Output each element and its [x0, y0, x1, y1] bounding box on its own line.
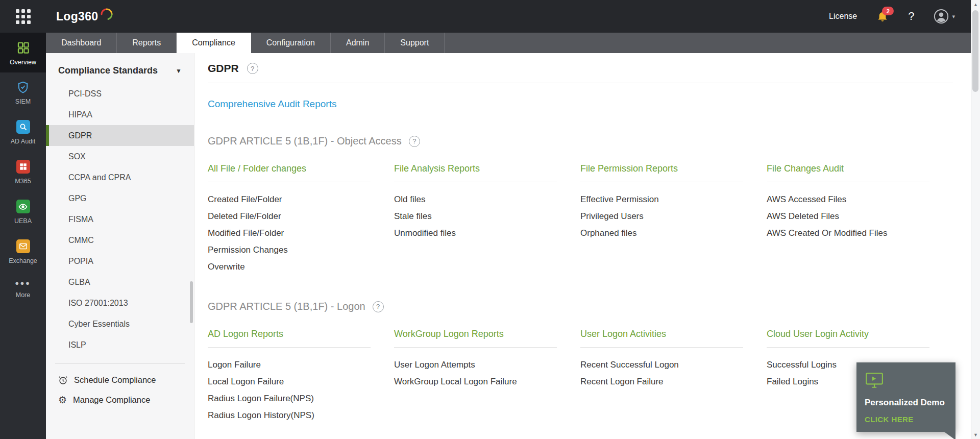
report-link-user-logon-attempts[interactable]: User Logon Attempts	[394, 356, 557, 373]
manage-compliance-button[interactable]: ⚙Manage Compliance	[55, 390, 185, 410]
sidebar-item-gdpr[interactable]: GDPR	[46, 125, 194, 146]
help-icon[interactable]: ?	[409, 136, 420, 147]
report-link-logon-failure[interactable]: Logon Failure	[208, 356, 371, 373]
section-heading: GDPR ARTICLE 5 (1B,1F) - Logon?	[208, 301, 953, 312]
tab-reports[interactable]: Reports	[117, 33, 177, 53]
exchange-mail-icon	[16, 239, 30, 253]
report-link-aws-accessed-files[interactable]: AWS Accessed Files	[767, 191, 929, 208]
report-link-permission-changes[interactable]: Permission Changes	[208, 241, 371, 258]
sidebar-item-cyber-essentials[interactable]: Cyber Essentials	[46, 313, 194, 334]
category-link-file-changes-audit[interactable]: File Changes Audit	[767, 163, 929, 182]
demo-click-here-link[interactable]: CLICK HERE	[865, 415, 947, 424]
tab-dashboard[interactable]: Dashboard	[46, 33, 117, 53]
report-link-radius-logon-failure-nps[interactable]: Radius Logon Failure(NPS)	[208, 390, 371, 407]
sidebar-item-cmmc[interactable]: CMMC	[46, 230, 194, 251]
help-icon[interactable]: ?	[908, 10, 914, 23]
schedule-compliance-button[interactable]: Schedule Compliance	[55, 370, 185, 390]
more-dots-icon: •••	[15, 279, 31, 287]
sidebar-title: Compliance Standards	[58, 65, 158, 76]
help-icon[interactable]: ?	[373, 301, 384, 312]
left-rail: OverviewSIEMAD AuditM365UEBAExchange•••M…	[0, 33, 46, 439]
sidebar-item-ccpa-and-cpra[interactable]: CCPA and CPRA	[46, 167, 194, 188]
scroll-up-arrow[interactable]: ▲	[971, 0, 980, 9]
category-link-workgroup-logon-reports[interactable]: WorkGroup Logon Reports	[394, 329, 557, 348]
topbar: Log360 License 2 ? ▾	[0, 0, 971, 33]
sidebar-scrollbar[interactable]	[190, 281, 193, 323]
report-link-recent-successful-logon[interactable]: Recent Successful Logon	[580, 356, 743, 373]
rail-item-label: Overview	[10, 59, 36, 66]
report-link-modified-file-folder[interactable]: Modified File/Folder	[208, 225, 371, 241]
comprehensive-audit-reports-link[interactable]: Comprehensive Audit Reports	[208, 99, 336, 110]
compliance-standards-dropdown[interactable]: Compliance Standards ▼	[46, 53, 194, 76]
sidebar-item-glba[interactable]: GLBA	[46, 272, 194, 292]
report-link-orphaned-files[interactable]: Orphaned files	[580, 225, 743, 241]
report-link-aws-created-or-modified-files[interactable]: AWS Created Or Modified Files	[767, 225, 929, 241]
report-link-deleted-file-folder[interactable]: Deleted File/Folder	[208, 208, 371, 225]
rail-item-exchange[interactable]: Exchange	[0, 231, 46, 271]
report-link-privileged-users[interactable]: Privileged Users	[580, 208, 743, 225]
category-link-all-file-folder-changes[interactable]: All File / Folder changes	[208, 163, 371, 182]
personalized-demo-popup[interactable]: Personalized Demo CLICK HERE	[856, 362, 955, 432]
tab-admin[interactable]: Admin	[331, 33, 385, 53]
report-list: Old filesStale filesUnmodified files	[394, 191, 557, 241]
report-category: File Analysis ReportsOld filesStale file…	[394, 163, 580, 275]
category-link-ad-logon-reports[interactable]: AD Logon Reports	[208, 329, 371, 348]
rail-item-m365[interactable]: M365	[0, 152, 46, 191]
help-icon[interactable]: ?	[247, 63, 258, 74]
section-heading: GDPR ARTICLE 5 (1B,1F) - Object Access?	[208, 135, 953, 147]
section-heading-text: GDPR ARTICLE 5 (1B,1F) - Object Access	[208, 135, 402, 147]
category-link-cloud-user-login-activity[interactable]: Cloud User Login Activity	[767, 329, 929, 348]
report-link-local-logon-failure[interactable]: Local Logon Failure	[208, 373, 371, 390]
user-menu[interactable]: ▾	[934, 9, 955, 24]
page-scrollbar[interactable]: ▲ ▼	[971, 0, 980, 439]
compliance-standards-list: PCI-DSSHIPAAGDPRSOXCCPA and CPRAGPGFISMA…	[46, 83, 194, 355]
report-link-old-files[interactable]: Old files	[394, 191, 557, 208]
demo-title: Personalized Demo	[865, 397, 947, 409]
user-avatar-icon	[934, 9, 949, 24]
report-list: Created File/FolderDeleted File/FolderMo…	[208, 191, 371, 275]
category-link-file-analysis-reports[interactable]: File Analysis Reports	[394, 163, 557, 182]
notifications-bell-icon[interactable]: 2	[876, 10, 889, 22]
sidebar-item-fisma[interactable]: FISMA	[46, 209, 194, 230]
sidebar-item-sox[interactable]: SOX	[46, 146, 194, 167]
tab-compliance[interactable]: Compliance	[177, 33, 251, 53]
rail-item-ad-audit[interactable]: AD Audit	[0, 112, 46, 152]
report-category: AD Logon ReportsLogon FailureLocal Logon…	[208, 329, 394, 424]
report-link-stale-files[interactable]: Stale files	[394, 208, 557, 225]
sidebar-item-popia[interactable]: POPIA	[46, 251, 194, 272]
report-link-aws-deleted-files[interactable]: AWS Deleted Files	[767, 208, 929, 225]
report-link-effective-permission[interactable]: Effective Permission	[580, 191, 743, 208]
report-link-overwrite[interactable]: Overwrite	[208, 258, 371, 275]
category-link-user-logon-activities[interactable]: User Logon Activities	[580, 329, 743, 348]
report-link-recent-logon-failure[interactable]: Recent Logon Failure	[580, 373, 743, 390]
sidebar-item-hipaa[interactable]: HIPAA	[46, 104, 194, 125]
rail-item-overview[interactable]: Overview	[0, 33, 46, 72]
rail-item-label: M365	[15, 178, 31, 185]
report-section: GDPR ARTICLE 5 (1B,1F) - Object Access?A…	[208, 135, 953, 275]
ad-audit-search-icon	[16, 120, 30, 134]
tab-support[interactable]: Support	[385, 33, 445, 53]
rail-item-ueba[interactable]: UEBA	[0, 191, 46, 231]
app-launcher-button[interactable]	[0, 9, 46, 24]
footer-item-label: Schedule Compliance	[74, 375, 156, 385]
category-link-file-permission-reports[interactable]: File Permission Reports	[580, 163, 743, 182]
license-link[interactable]: License	[829, 12, 857, 21]
chevron-down-icon: ▾	[952, 13, 955, 20]
tab-configuration[interactable]: Configuration	[251, 33, 331, 53]
sidebar-item-gpg[interactable]: GPG	[46, 188, 194, 209]
report-link-workgroup-local-logon-failure[interactable]: WorkGroup Local Logon Failure	[394, 373, 557, 390]
report-link-created-file-folder[interactable]: Created File/Folder	[208, 191, 371, 208]
scrollbar-thumb[interactable]	[972, 10, 978, 92]
report-link-radius-logon-history-nps[interactable]: Radius Logon History(NPS)	[208, 407, 371, 424]
log360-logo: Log360	[56, 9, 114, 24]
demo-monitor-icon	[865, 372, 884, 389]
report-link-unmodified-files[interactable]: Unmodified files	[394, 225, 557, 241]
scroll-down-arrow[interactable]: ▼	[971, 430, 980, 439]
sidebar-item-iso-27001-2013[interactable]: ISO 27001:2013	[46, 292, 194, 313]
rail-item-siem[interactable]: SIEM	[0, 72, 46, 112]
sidebar-item-islp[interactable]: ISLP	[46, 334, 194, 355]
page-header: GDPR ?	[208, 62, 953, 83]
report-list: Logon FailureLocal Logon FailureRadius L…	[208, 356, 371, 424]
sidebar-item-pci-dss[interactable]: PCI-DSS	[46, 83, 194, 104]
rail-item-more[interactable]: •••More	[0, 271, 46, 305]
